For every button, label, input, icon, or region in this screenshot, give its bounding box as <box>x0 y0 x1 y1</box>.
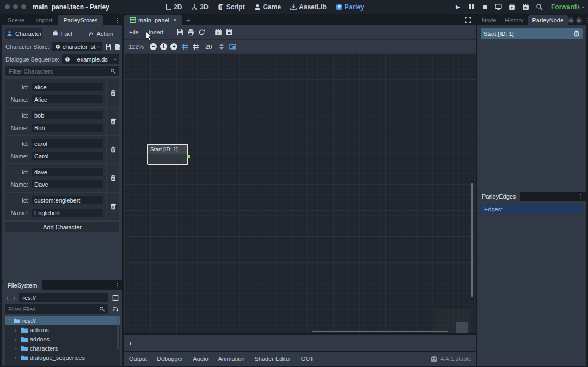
history-forward-button[interactable]: › <box>12 294 17 302</box>
tab-filesystem[interactable]: FileSystem <box>2 280 42 290</box>
character-id-input[interactable] <box>32 111 103 119</box>
context-parley[interactable]: Parley <box>336 3 364 11</box>
remote-debug-button[interactable] <box>494 3 503 11</box>
save-sequence-button[interactable] <box>174 27 185 38</box>
current-path[interactable]: res:// <box>19 293 108 302</box>
panel-shader-editor[interactable]: Shader Editor <box>249 356 296 362</box>
movie-maker-button[interactable] <box>508 3 517 11</box>
stop-button[interactable] <box>481 3 489 11</box>
split-mode-button[interactable] <box>111 293 120 302</box>
character-name-input[interactable] <box>32 209 103 217</box>
history-back-button[interactable]: ‹ <box>5 294 10 302</box>
print-graph-button[interactable] <box>185 27 196 38</box>
new-store-button[interactable] <box>114 42 121 51</box>
tab-main-panel[interactable]: main_panel × <box>124 15 182 25</box>
save-store-button[interactable] <box>105 42 112 51</box>
trash-icon[interactable] <box>573 30 580 37</box>
expand-arrow-icon[interactable]: › <box>15 327 19 333</box>
expand-arrow-icon[interactable]: › <box>15 345 19 352</box>
character-name-input[interactable] <box>32 180 103 188</box>
context-2d[interactable]: 2D <box>165 3 182 11</box>
dock-menu-icon[interactable]: ⋮ <box>584 17 588 23</box>
tab-scene[interactable]: Scene <box>2 15 30 25</box>
minimize-window-button[interactable] <box>13 4 18 9</box>
character-name-input[interactable] <box>32 152 103 160</box>
expand-chevron-icon[interactable]: › <box>129 339 132 347</box>
filter-characters-input[interactable] <box>9 68 110 75</box>
panel-audio[interactable]: Audio <box>188 356 213 362</box>
tree-item-addons[interactable]: › addons <box>5 334 120 344</box>
pause-button[interactable] <box>467 3 476 11</box>
tab-parleynode[interactable]: ParleyNode <box>528 15 568 25</box>
expand-arrow-icon[interactable]: › <box>15 354 19 361</box>
output-port[interactable] <box>187 155 190 158</box>
add-character-button[interactable]: Add Character <box>5 222 119 232</box>
character-id-input[interactable] <box>32 168 103 176</box>
tab-scroll-left-button[interactable]: ◂ <box>568 17 574 23</box>
character-name-input[interactable] <box>32 95 103 103</box>
dock-menu-icon[interactable]: ⋮ <box>114 17 120 23</box>
tree-item-characters[interactable]: › characters <box>5 344 120 353</box>
minimap-toggle-button[interactable] <box>227 41 238 52</box>
tab-parleystores[interactable]: ParleyStores <box>58 15 103 25</box>
screenshot-button[interactable] <box>535 3 544 11</box>
delete-character-button[interactable] <box>107 79 119 107</box>
context-assetlib[interactable]: AssetLib <box>290 3 327 11</box>
close-tab-icon[interactable]: × <box>173 16 177 24</box>
graph-canvas[interactable]: Start [ID: 1] <box>124 53 476 333</box>
start-node[interactable]: Start [ID: 1] <box>147 144 188 165</box>
delete-character-button[interactable] <box>107 108 119 135</box>
panel-output[interactable]: Output <box>124 356 152 362</box>
graph-minimap[interactable] <box>434 309 471 333</box>
character-name-input[interactable] <box>32 124 103 132</box>
dialogue-sequence-select[interactable]: example.ds › <box>62 54 119 64</box>
context-script[interactable]: Script <box>218 3 245 11</box>
tab-node[interactable]: Node <box>477 15 500 25</box>
close-window-button[interactable] <box>5 4 10 9</box>
file-sort-button[interactable] <box>111 304 120 314</box>
context-3d[interactable]: 3D <box>191 3 208 11</box>
menu-file[interactable]: File <box>124 29 144 35</box>
zoom-out-button[interactable]: − <box>150 43 157 50</box>
tree-item-actions[interactable]: › actions <box>5 325 120 334</box>
delete-character-button[interactable] <box>107 193 119 220</box>
horizontal-scrollbar[interactable] <box>312 331 448 332</box>
collapse-arrow-icon[interactable]: › <box>6 319 13 323</box>
new-tab-button[interactable]: + <box>182 15 194 25</box>
tree-item-res[interactable]: › res:// <box>5 316 120 325</box>
maximize-window-button[interactable] <box>21 4 26 9</box>
test-dialogue-from-here-button[interactable] <box>224 27 235 38</box>
character-id-input[interactable] <box>32 139 103 148</box>
test-dialogue-button[interactable] <box>213 27 224 38</box>
store-tab-fact[interactable]: Fact <box>44 28 81 39</box>
edges-header[interactable]: Edges: <box>481 205 583 213</box>
dock-menu-icon[interactable]: ⋮ <box>578 194 584 200</box>
tree-item-dialogue-sequences[interactable]: › dialogue_sequences <box>5 353 120 362</box>
grid-toggle-button[interactable] <box>190 41 201 52</box>
zoom-in-button[interactable]: + <box>170 43 177 50</box>
tab-parleyedges[interactable]: ParleyEdges <box>477 192 520 201</box>
store-tab-character[interactable]: Character <box>5 28 42 39</box>
character-id-input[interactable] <box>32 83 103 91</box>
dock-menu-icon[interactable]: ⋮ <box>114 283 120 289</box>
expand-arrow-icon[interactable]: › <box>15 336 19 342</box>
panel-debugger[interactable]: Debugger <box>152 356 188 362</box>
snap-distance-stepper[interactable] <box>219 44 224 50</box>
tree-scrollbar[interactable] <box>117 317 119 350</box>
menu-insert[interactable]: Insert <box>144 29 169 35</box>
node-list-item-start[interactable]: Start [ID: 1] <box>481 28 583 39</box>
character-store-select[interactable]: character_st › <box>52 42 102 51</box>
tab-scroll-right-button[interactable]: ▸ <box>576 17 582 23</box>
delete-character-button[interactable] <box>107 136 119 163</box>
tab-import[interactable]: Import <box>30 15 58 25</box>
fullscreen-icon[interactable] <box>465 17 471 23</box>
snap-toggle-button[interactable] <box>179 41 190 52</box>
store-tab-action[interactable]: Action <box>82 28 119 39</box>
character-id-input[interactable] <box>32 196 103 204</box>
zoom-reset-button[interactable]: 1 <box>160 43 167 50</box>
movie-writer-button[interactable] <box>522 3 530 11</box>
panel-gut[interactable]: GUT <box>296 356 318 362</box>
version-button[interactable]: 4.4.1.stable <box>430 356 476 362</box>
delete-character-button[interactable] <box>107 164 119 192</box>
context-game[interactable]: Game <box>254 3 281 11</box>
